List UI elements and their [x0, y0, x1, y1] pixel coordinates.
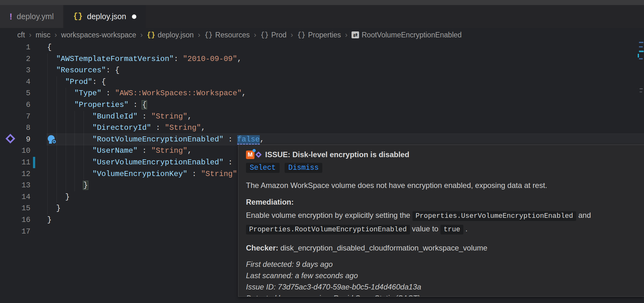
code-token: "Properties"	[74, 101, 128, 109]
breadcrumb-item-misc[interactable]: misc	[35, 31, 50, 39]
code-token: :	[174, 55, 183, 63]
code-line[interactable]: }	[47, 203, 61, 214]
code-line[interactable]: "UserName" : "String",	[47, 145, 192, 157]
metadata-line: Issue ID: 73d75ac3-d470-59ae-b0c5-1d4d46…	[246, 281, 636, 293]
dismiss-action-link[interactable]: Dismiss	[285, 163, 323, 173]
code-token: "String"	[151, 146, 187, 155]
code-token: "UserVolumeEncryptionEnabled"	[92, 158, 224, 167]
code-token	[47, 89, 74, 97]
code-line[interactable]: "Properties" : {	[47, 99, 147, 111]
code-token	[47, 146, 92, 155]
lightbulb-stem	[49, 142, 52, 144]
code-line[interactable]: "DirectoryId" : "String",	[47, 122, 205, 134]
code-token: }	[56, 204, 61, 212]
breadcrumb-item-Resources[interactable]: {}Resources	[205, 31, 250, 39]
metadata-line: First detected: 9 days ago	[246, 259, 636, 270]
code-token: "VolumeEncryptionKey"	[92, 170, 187, 178]
yaml-file-icon: !	[9, 12, 12, 22]
window-title-bar	[0, 0, 644, 5]
code-line[interactable]: }	[47, 191, 70, 203]
code-token	[47, 55, 56, 63]
inline-code: Properties.UserVolumeEncryptionEnabled	[412, 211, 576, 221]
line-number: 11	[0, 157, 30, 168]
code-token: :	[138, 146, 151, 155]
code-token: "String"	[151, 112, 187, 121]
issue-title: ISSUE: Disk-level encryption is disabled	[265, 150, 409, 159]
tab-deploy.yml[interactable]: !deploy.yml	[0, 5, 63, 28]
code-token: {	[115, 66, 119, 74]
line-number: 7	[0, 111, 30, 123]
line-number: 2	[0, 53, 30, 65]
line-number: 13	[0, 180, 30, 191]
code-line[interactable]: }	[47, 180, 88, 191]
mend-scanner-icon: M	[246, 151, 254, 159]
code-line[interactable]: "UserVolumeEncryptionEnabled" :	[47, 157, 237, 168]
line-number: 9	[0, 134, 30, 146]
code-token: ,	[188, 146, 192, 155]
vscode-window: !deploy.yml{}deploy.json cft›misc›worksp…	[0, 0, 644, 303]
breadcrumb-label: Prod	[271, 31, 287, 39]
code-token	[47, 193, 65, 201]
code-token: "Prod"	[65, 78, 92, 86]
code-token: {	[101, 78, 106, 86]
code-token: false	[237, 135, 260, 145]
code-token: :	[138, 112, 151, 121]
tab-label: deploy.json	[87, 12, 126, 21]
breadcrumb-separator: ›	[55, 30, 57, 39]
code-token: :	[106, 66, 115, 74]
breadcrumb-separator: ›	[291, 30, 293, 39]
breadcrumb-item-RootVolumeEncryptionEnabled[interactable]: ⇄RootVolumeEncryptionEnabled	[352, 31, 461, 39]
code-token: ,	[188, 112, 192, 121]
code-token	[47, 181, 83, 190]
quick-fix-lightbulb-icon[interactable]: ★	[48, 135, 57, 145]
remediation-text: Enable volume encryption by explicitly s…	[246, 209, 636, 236]
line-number: 10	[0, 145, 30, 157]
issue-hover-tooltip: M ISSUE: Disk-level encryption is disabl…	[238, 145, 644, 297]
code-line[interactable]: }	[47, 214, 52, 226]
breadcrumb-item-Properties[interactable]: {}Properties	[297, 31, 341, 39]
lightbulb-badge-icon: ★	[52, 139, 57, 144]
code-line[interactable]: "Resources": {	[47, 65, 119, 76]
code-token: "DirectoryId"	[92, 124, 151, 132]
breadcrumb-item-Prod[interactable]: {}Prod	[260, 31, 287, 39]
breadcrumb-label: deploy.json	[158, 31, 194, 39]
breadcrumb-item-deploy.json[interactable]: {}deploy.json	[147, 31, 194, 39]
breadcrumb-label: Properties	[308, 31, 341, 39]
boolean-symbol-icon: ⇄	[352, 31, 359, 38]
code-token: {	[47, 43, 52, 52]
breadcrumb-label: cft	[17, 31, 25, 39]
code-line[interactable]: "BundleId" : "String",	[47, 111, 192, 123]
breadcrumb-separator: ›	[29, 30, 31, 39]
code-line[interactable]: "Prod": {	[47, 76, 106, 88]
code-token: }	[83, 181, 88, 190]
issue-hover-header: M ISSUE: Disk-level encryption is disabl…	[246, 150, 636, 160]
code-line[interactable]: {	[47, 42, 52, 53]
tab-deploy.json[interactable]: {}deploy.json	[64, 5, 146, 28]
line-number: 6	[0, 99, 30, 111]
code-token: :	[224, 158, 237, 167]
code-line[interactable]: "VolumeEncryptionKey" : "String"	[47, 168, 237, 180]
breadcrumb-label: workspaces-workspace	[61, 31, 136, 39]
code-token: :	[128, 101, 142, 109]
code-token: "String"	[165, 124, 201, 132]
line-number: 3	[0, 65, 30, 76]
json-file-icon: {}	[73, 12, 83, 21]
line-number: 15	[0, 203, 30, 214]
issue-diamond-icon	[255, 152, 262, 158]
code-line[interactable]: "AWSTemplateFormatVersion": "2010-09-09"…	[47, 53, 242, 65]
code-token	[47, 112, 92, 121]
select-action-link[interactable]: Select	[246, 163, 280, 173]
breadcrumb-label: misc	[35, 31, 50, 39]
code-line[interactable]: "RootVolumeEncryptionEnabled" : false,	[47, 134, 264, 146]
code-line[interactable]: "Type" : "AWS::WorkSpaces::Workspace",	[47, 88, 246, 99]
modified-line-indicator	[33, 157, 35, 168]
remediation-fragment: Enable volume encryption by explicitly s…	[246, 211, 412, 219]
unsaved-changes-dot[interactable]	[132, 14, 136, 19]
breadcrumb-item-cft[interactable]: cft	[17, 31, 25, 39]
code-token: ,	[201, 124, 205, 132]
metadata-line: Last scanned: a few seconds ago	[246, 270, 636, 281]
breadcrumb-item-workspaces-workspace[interactable]: workspaces-workspace	[61, 31, 136, 39]
metadata-line: Detected by scan engine: Rapid Scan Stat…	[246, 293, 636, 297]
object-braces-icon: {}	[205, 31, 213, 39]
code-token: {	[142, 101, 146, 109]
